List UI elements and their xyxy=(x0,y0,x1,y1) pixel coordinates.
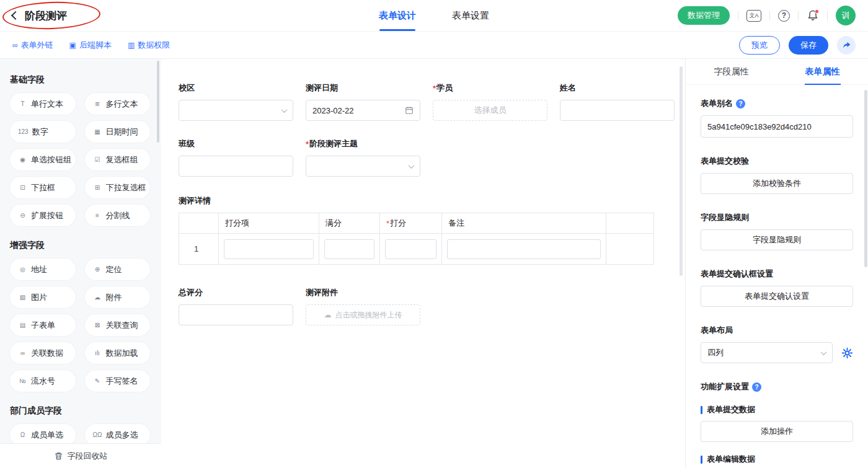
property-tabs: 字段属性 表单属性 xyxy=(686,59,868,85)
form-external-link[interactable]: ∞ 表单外链 xyxy=(12,40,53,51)
member-multi-icon: ΩΩ xyxy=(93,431,102,438)
field-item-lookup-query[interactable]: ⊠关联查询 xyxy=(85,314,151,336)
score-input[interactable] xyxy=(385,239,436,259)
back-icon[interactable] xyxy=(11,11,20,20)
field-item-datetime[interactable]: ▦日期时间 xyxy=(85,121,151,143)
sidebar-scrollbar[interactable] xyxy=(157,61,159,143)
select-icon: ⊡ xyxy=(18,184,27,191)
member-single-icon: Ω xyxy=(18,431,27,438)
field-student[interactable]: *学员 选择成员 xyxy=(433,82,547,121)
field-item-image[interactable]: ▧图片 xyxy=(10,286,76,308)
field-visibility-button[interactable]: 字段显隐规则 xyxy=(701,229,853,250)
data-manage-button[interactable]: 数据管理 xyxy=(678,6,730,25)
header-tabs: 表单设计 表单设置 xyxy=(379,0,489,31)
window-scrollbar[interactable] xyxy=(864,90,867,267)
field-eval-attachment[interactable]: 测评附件 ☁ 点击或拖拽附件上传 xyxy=(306,287,420,325)
share-button[interactable] xyxy=(837,36,856,55)
field-item-multi-select[interactable]: ⊞下拉复选框 xyxy=(85,177,151,198)
attachment-upload-area[interactable]: ☁ 点击或拖拽附件上传 xyxy=(306,304,420,325)
score-item-input[interactable] xyxy=(224,239,314,259)
subform-eval-detail[interactable]: 测评详情 打分项 满分 *打分 备注 1 xyxy=(179,195,685,265)
field-total-score[interactable]: 总评分 xyxy=(179,287,293,325)
section-title-basic-fields: 基础字段 xyxy=(10,74,150,86)
eval-date-input[interactable]: 2023-02-22 xyxy=(306,100,420,121)
field-item-member-multi[interactable]: ΩΩ成员多选 xyxy=(85,424,151,446)
field-eval-topic[interactable]: *阶段测评主题 xyxy=(306,138,420,177)
field-item-address[interactable]: ◎地址 xyxy=(10,258,76,280)
name-input[interactable] xyxy=(567,106,668,115)
field-item-radio-group[interactable]: ◉单选按钮组 xyxy=(10,149,76,170)
help-icon[interactable]: ? xyxy=(752,382,761,392)
serial-number-icon: № xyxy=(18,377,27,384)
submit-data-add-action-button[interactable]: 添加操作 xyxy=(701,421,853,442)
header-left: 阶段测评 xyxy=(12,9,67,23)
submit-confirm-button[interactable]: 表单提交确认设置 xyxy=(701,286,853,307)
form-canvas[interactable]: 校区 测评日期 2023-02-22 xyxy=(161,59,685,468)
campus-select[interactable] xyxy=(179,100,293,121)
add-validation-button[interactable]: 添加校验条件 xyxy=(701,173,853,194)
field-item-location[interactable]: ⊕定位 xyxy=(85,258,151,280)
help-icon[interactable]: ? xyxy=(778,10,790,22)
field-item-linked-data[interactable]: ∞关联数据 xyxy=(10,342,76,364)
divider xyxy=(769,11,770,20)
extension-settings-label: 功能扩展设置 ? xyxy=(701,381,853,392)
submit-confirm-label: 表单提交确认框设置 xyxy=(701,268,853,280)
basic-fields-grid: T单行文本 ≣多行文本 123数字 ▦日期时间 ◉单选按钮组 ☑复选框组 ⊡下拉… xyxy=(10,93,150,226)
remark-input[interactable] xyxy=(447,239,601,259)
field-item-number[interactable]: 123数字 xyxy=(10,121,76,143)
form-row-2: 班级 *阶段测评主题 xyxy=(179,138,685,177)
tab-form-design[interactable]: 表单设计 xyxy=(379,0,416,31)
member-picker[interactable]: 选择成员 xyxy=(433,100,547,121)
field-item-extend-button[interactable]: ⊖扩展按钮 xyxy=(10,205,76,226)
column-header-score-item: 打分项 xyxy=(219,213,319,234)
form-alias-input[interactable]: 5a941cfe09c183e92d4cd210 xyxy=(701,115,853,138)
field-visibility-label: 字段显隐规则 xyxy=(701,212,853,223)
field-eval-date[interactable]: 测评日期 2023-02-22 xyxy=(306,82,420,121)
field-name[interactable]: 姓名 xyxy=(560,82,675,121)
tab-form-properties[interactable]: 表单属性 xyxy=(777,59,868,84)
tab-field-properties[interactable]: 字段属性 xyxy=(686,59,777,84)
secondary-toolbar: ∞ 表单外链 ▣ 后端脚本 ▥ 数据权限 预览 保存 xyxy=(0,31,868,59)
field-item-multi-line-text[interactable]: ≣多行文本 xyxy=(85,93,151,115)
field-item-subform[interactable]: ▤子表单 xyxy=(10,314,76,336)
class-input[interactable] xyxy=(185,162,286,171)
gear-icon[interactable] xyxy=(841,347,853,359)
field-item-member-single[interactable]: Ω成员单选 xyxy=(10,424,76,446)
max-score-input[interactable] xyxy=(324,239,374,259)
field-recycle-bin[interactable]: 字段回收站 xyxy=(0,443,161,468)
trash-icon xyxy=(54,451,63,461)
attachment-icon: ☁ xyxy=(93,294,102,301)
field-item-signature[interactable]: ✎手写签名 xyxy=(85,370,151,392)
field-campus[interactable]: 校区 xyxy=(179,82,293,121)
help-icon[interactable]: ? xyxy=(736,99,745,108)
image-icon: ▧ xyxy=(18,294,27,301)
avatar[interactable]: 训 xyxy=(836,6,856,25)
subform-icon: ▤ xyxy=(18,322,27,329)
total-score-input[interactable] xyxy=(185,311,286,320)
top-header: 阶段测评 表单设计 表单设置 数据管理 文A ? xyxy=(0,0,868,31)
data-permission-link[interactable]: ▥ 数据权限 xyxy=(128,40,170,51)
field-item-serial-number[interactable]: №流水号 xyxy=(10,370,76,392)
form-row-1: 校区 测评日期 2023-02-22 xyxy=(179,82,685,121)
save-button[interactable]: 保存 xyxy=(789,36,828,55)
checkbox-icon: ☑ xyxy=(93,156,102,163)
column-header-remark: 备注 xyxy=(442,213,606,234)
notification-bell-icon[interactable] xyxy=(807,9,819,22)
field-item-select[interactable]: ⊡下拉框 xyxy=(10,177,76,198)
field-item-single-line-text[interactable]: T单行文本 xyxy=(10,93,76,115)
canvas-scrollbar[interactable] xyxy=(680,66,683,276)
layout-select[interactable]: 四列 xyxy=(701,342,833,363)
number-icon: 123 xyxy=(18,128,29,135)
field-item-checkbox-group[interactable]: ☑复选框组 xyxy=(85,149,151,170)
column-header-max-score: 满分 xyxy=(319,213,380,234)
field-item-attachment[interactable]: ☁附件 xyxy=(85,286,151,308)
tab-form-settings[interactable]: 表单设置 xyxy=(452,0,489,31)
eval-topic-select[interactable] xyxy=(306,156,420,177)
backend-script-link[interactable]: ▣ 后端脚本 xyxy=(69,40,112,51)
preview-button[interactable]: 预览 xyxy=(739,36,780,55)
field-item-divider[interactable]: ≡分割线 xyxy=(85,205,151,226)
translate-icon[interactable]: 文A xyxy=(746,10,761,22)
field-class[interactable]: 班级 xyxy=(179,138,293,177)
location-icon: ⊕ xyxy=(93,266,102,273)
field-item-data-load[interactable]: ılı数据加载 xyxy=(85,342,151,364)
